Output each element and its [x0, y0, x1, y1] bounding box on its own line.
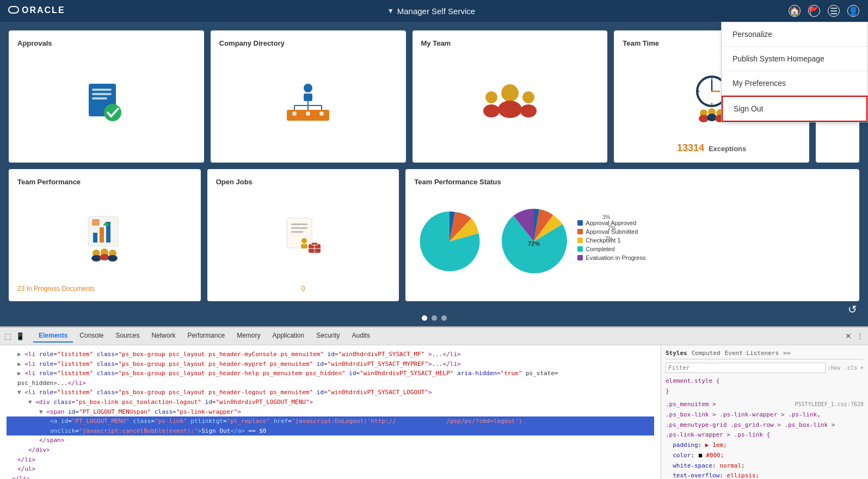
tile-approvals-title: Approvals	[17, 39, 195, 47]
devtools-tab-application[interactable]: Application	[267, 329, 310, 343]
flag-icon[interactable]: 🚩	[808, 5, 820, 17]
svg-point-30	[711, 78, 712, 79]
header-title-text: Manager Self Service	[397, 7, 475, 16]
svg-point-20	[501, 84, 519, 102]
tile-company-directory[interactable]: Company Directory	[211, 30, 406, 163]
pagination-dots	[0, 310, 868, 326]
styles-tab-more[interactable]: >>	[783, 350, 790, 357]
tile-open-jobs-title: Open Jobs	[216, 178, 391, 186]
tile-my-team[interactable]: My Team	[413, 30, 608, 163]
devtools-tab-console[interactable]: Console	[74, 329, 109, 343]
pie-chart-proper: 72%	[496, 203, 572, 279]
html-line-highlighted[interactable]: <a id="PT_LOGOUT_MENU" class="ps-link" p…	[7, 416, 654, 426]
devtools-cursor-icon[interactable]: ⬚	[4, 332, 11, 340]
devtools-styles-tabs: Styles Computed Event Listeners >>	[666, 350, 864, 359]
tile-open-jobs[interactable]: Open Jobs	[207, 169, 399, 301]
devtools-tab-security[interactable]: Security	[311, 329, 345, 343]
svg-rect-42	[93, 233, 97, 242]
user-icon[interactable]: 👤	[847, 5, 859, 17]
svg-rect-54	[291, 223, 307, 225]
styles-filter-bar: :hov .cls +	[666, 363, 864, 373]
svg-point-6	[104, 104, 121, 121]
devtools-close-icon[interactable]: ✕	[845, 332, 852, 340]
devtools-more-icon[interactable]: ⋮	[856, 332, 864, 340]
menu-item-personalize[interactable]: Personalize	[722, 22, 867, 47]
html-line: ▼ <li role="listitem" class="ps_box-grou…	[7, 388, 654, 397]
devtools-body: ▶ <li role="listitem" class="ps_box-grou…	[0, 345, 868, 479]
devtools-tabs: Elements Console Sources Network Perform…	[29, 329, 841, 343]
header-title-arrow: ▼	[387, 7, 394, 15]
tile-team-performance-status[interactable]: Team Performance Status	[405, 169, 859, 301]
devtools-tab-performance[interactable]: Performance	[182, 329, 230, 343]
html-line: </li>	[7, 474, 654, 479]
html-line: </ul>	[7, 464, 654, 474]
style-rule-1: .ps_menuitem > PSSTYLEDEF_1.css:7628 .ps…	[666, 400, 864, 479]
menu-item-my-preferences[interactable]: My Preferences	[722, 71, 867, 96]
svg-rect-58	[301, 244, 307, 248]
home-icon[interactable]: 🏠	[789, 5, 801, 17]
svg-point-57	[301, 238, 307, 244]
pagination-dot-2[interactable]	[432, 315, 437, 321]
header: ORACLE ▼ Manager Self Service 🏠 🚩 ☰ 👤 Pe…	[0, 0, 868, 22]
html-line: psc_hidden>...</li>	[7, 378, 654, 388]
styles-rules: element.style { } .ps_menuitem > PSSTYLE…	[666, 376, 864, 479]
tile-company-directory-body	[219, 52, 397, 154]
pagination-dot-1[interactable]	[422, 315, 427, 321]
header-icons: 🏠 🚩 ☰ 👤	[789, 5, 859, 17]
menu-icon[interactable]: ☰	[828, 5, 840, 17]
svg-point-7	[304, 84, 312, 92]
svg-rect-45	[92, 219, 100, 226]
exceptions-count: 13314	[677, 142, 704, 153]
dropdown-menu: Personalize Publish System Homepage My P…	[721, 22, 868, 122]
devtools-tab-memory[interactable]: Memory	[231, 329, 266, 343]
devtools-tab-sources[interactable]: Sources	[110, 329, 145, 343]
svg-rect-55	[291, 227, 307, 229]
tile-open-jobs-body	[216, 190, 391, 281]
svg-rect-52	[287, 218, 312, 248]
exceptions-label: Exceptions	[709, 145, 746, 153]
html-line: </span>	[7, 436, 654, 445]
styles-tab-styles[interactable]: Styles	[666, 350, 687, 357]
html-line: ▶ <li role="listitem" class="ps_box-grou…	[7, 350, 654, 359]
svg-point-25	[520, 104, 537, 117]
style-rule-element: element.style { }	[666, 376, 864, 396]
tile-approvals[interactable]: Approvals	[9, 30, 204, 163]
devtools-tab-network[interactable]: Network	[146, 329, 181, 343]
svg-point-51	[108, 255, 118, 262]
devtools-tab-audits[interactable]: Audits	[347, 329, 375, 343]
svg-rect-0	[9, 7, 19, 13]
svg-point-23	[483, 104, 500, 117]
pagination-dot-3[interactable]	[441, 315, 447, 321]
menu-item-sign-out[interactable]: Sign Out	[722, 96, 867, 122]
devtools-toolbar: ⬚ 📱 Elements Console Sources Network Per…	[0, 327, 868, 345]
tile-team-performance-title: Team Performance	[17, 178, 192, 186]
styles-tab-computed[interactable]: Computed	[692, 350, 721, 357]
refresh-button[interactable]: ↺	[848, 303, 857, 316]
devtools-mobile-icon[interactable]: 📱	[16, 332, 24, 340]
menu-item-publish-system-homepage[interactable]: Publish System Homepage	[722, 47, 867, 71]
svg-point-31	[711, 103, 712, 104]
devtools-tab-elements[interactable]: Elements	[33, 329, 73, 343]
svg-point-19	[319, 111, 324, 116]
svg-rect-8	[304, 94, 312, 101]
tile-team-performance-status-title: Team Performance Status	[414, 178, 851, 186]
svg-point-22	[485, 91, 497, 103]
html-line: ▶ <li role="listitem" class="ps_box-grou…	[7, 359, 654, 369]
svg-rect-5	[92, 97, 107, 99]
html-line: ▼ <div class="ps_box-link psc_toolaction…	[7, 397, 654, 407]
tile-open-jobs-footer: 0	[216, 285, 391, 293]
svg-point-18	[306, 111, 310, 116]
html-line: ▶ <li role="listitem" class="ps_box-grou…	[7, 369, 654, 378]
svg-point-49	[100, 254, 109, 260]
html-line-highlighted-2[interactable]: onclick="javascript:cancelBubble(event);…	[7, 426, 654, 436]
svg-point-32	[698, 90, 699, 92]
styles-tab-event-listeners[interactable]: Event Listeners	[725, 350, 779, 357]
svg-point-21	[498, 101, 522, 118]
tile-team-performance-status-body: 72% 3% 7% 7% Approval Approved	[414, 190, 851, 293]
tile-team-performance[interactable]: Team Performance	[9, 169, 201, 301]
tile-my-team-body	[421, 52, 599, 154]
legend-item-completed: Completed	[577, 246, 645, 252]
styles-filter-input[interactable]	[666, 363, 826, 373]
svg-point-17	[292, 111, 297, 116]
html-line: ▼ <span id="PT_LOGOUT_MENUspan" class="p…	[7, 407, 654, 417]
